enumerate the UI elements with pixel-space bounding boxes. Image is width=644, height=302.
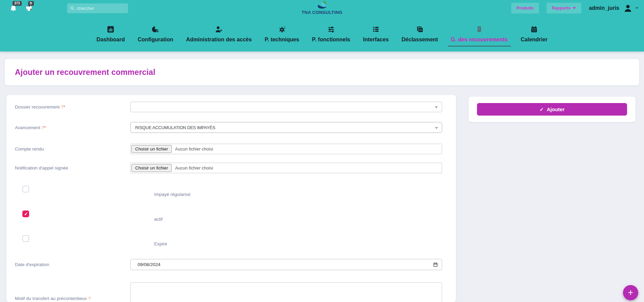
compte-rendu-file-input[interactable]: Choisir un fichier Aucun fichier choisi xyxy=(130,144,442,154)
choose-file-button[interactable]: Choisir un fichier xyxy=(131,164,172,172)
date-expiration-input[interactable] xyxy=(130,259,442,270)
nav-label: Calendrier xyxy=(521,37,547,43)
hint-question-mark: ? xyxy=(88,296,91,301)
nav-label: Administration des accès xyxy=(186,37,252,43)
avancement-label: Avancement ?* xyxy=(15,125,130,130)
motif-transfert-label: Motif du transfert au précontentieux ? xyxy=(15,296,130,301)
actif-checkbox[interactable] xyxy=(22,210,29,217)
expire-label: Expiré xyxy=(154,241,167,246)
ajouter-button[interactable]: ✓ Ajouter xyxy=(477,103,627,116)
search-icon xyxy=(70,6,75,11)
dossier-recouvrement-select[interactable] xyxy=(130,102,442,112)
label-text: Motif du transfert au précontentieux xyxy=(15,296,87,301)
ajouter-button-label: Ajouter xyxy=(547,106,565,112)
gear-icon xyxy=(278,25,286,34)
topbar-right-group: Produits Rapports admin_juris xyxy=(511,0,639,16)
chevron-down-icon xyxy=(435,126,438,129)
nav-label: Interfaces xyxy=(363,37,389,43)
expire-row: Expiré xyxy=(15,235,442,249)
list-icon xyxy=(372,25,380,34)
label-text: Date d'expiration xyxy=(15,262,49,267)
check-icon: ✓ xyxy=(539,106,544,113)
nav-item-interfaces[interactable]: Interfaces xyxy=(357,16,395,52)
nav-label: P. fonctionnels xyxy=(312,37,350,43)
label-text: Dossier recouvrement xyxy=(15,104,60,109)
nav-item-g-des-recouvrements[interactable]: G. des recouvrements xyxy=(444,16,514,52)
search-input[interactable] xyxy=(77,6,124,11)
choose-file-button[interactable]: Choisir un fichier xyxy=(131,145,172,153)
produits-label: Produits xyxy=(517,6,534,11)
nav-label: Dashboard xyxy=(97,37,125,43)
select-value: RISQUE ACCUMULATION DES IMPAYÉS xyxy=(135,125,215,130)
fab-add-button[interactable]: + xyxy=(623,285,638,300)
dossier-recouvrement-row: Dossier recouvrement ?* xyxy=(15,102,442,112)
action-card: ✓ Ajouter xyxy=(469,97,636,122)
nav-item-configuration[interactable]: Configuration xyxy=(131,16,180,52)
language-badge: fr xyxy=(28,1,34,6)
rapports-button[interactable]: Rapports xyxy=(546,3,581,14)
nav-item-administration-des-acces[interactable]: Administration des accès xyxy=(180,16,258,52)
date-expiration-row: Date d'expiration xyxy=(15,259,442,270)
motif-transfert-textarea[interactable] xyxy=(130,282,442,302)
tna-leaves-icon xyxy=(315,0,330,11)
chevron-down-icon xyxy=(635,7,639,9)
receipt-icon xyxy=(475,25,483,34)
actif-row: actif xyxy=(15,210,442,224)
dashboard-icon xyxy=(106,25,115,34)
produits-button[interactable]: Produits xyxy=(511,3,539,14)
plus-icon: + xyxy=(628,287,633,298)
nav-label: Configuration xyxy=(138,37,173,43)
impaye-regularise-checkbox[interactable] xyxy=(22,186,29,193)
stacked-pages-icon xyxy=(416,25,424,34)
notifications-button[interactable]: 373 xyxy=(9,4,18,12)
label-text: Avancement xyxy=(15,125,40,130)
topbar: 373 fr TNA CONSULTING Produits xyxy=(0,0,644,16)
page-title: Ajouter un recouvrement commercial xyxy=(15,68,155,77)
page-title-card: Ajouter un recouvrement commercial xyxy=(5,59,639,85)
caret-down-icon xyxy=(435,106,438,108)
file-status-text: Aucun fichier choisi xyxy=(175,165,213,170)
actif-label: actif xyxy=(154,217,163,222)
pie-gear-icon xyxy=(151,25,160,34)
compte-rendu-label: Compte rendu xyxy=(15,146,130,152)
label-text: Compte rendu xyxy=(15,146,44,152)
notification-count-badge: 373 xyxy=(13,1,22,6)
expire-checkbox[interactable] xyxy=(22,235,29,242)
date-expiration-label: Date d'expiration xyxy=(15,262,130,267)
label-text: Notification d'appel signée xyxy=(15,165,68,170)
avancement-select[interactable]: RISQUE ACCUMULATION DES IMPAYÉS xyxy=(130,122,442,133)
nav-item-calendrier[interactable]: Calendrier xyxy=(514,16,554,52)
file-status-text: Aucun fichier choisi xyxy=(175,146,213,152)
compte-rendu-row: Compte rendu Choisir un fichier Aucun fi… xyxy=(15,144,442,154)
notification-appel-file-input[interactable]: Choisir un fichier Aucun fichier choisi xyxy=(130,163,442,173)
content-area: Dossier recouvrement ?* Avancement ?* RI… xyxy=(6,95,644,302)
nav-item-p-fonctionnels[interactable]: P. fonctionnels xyxy=(306,16,357,52)
impaye-regularise-label: Impayé régularisé xyxy=(154,192,190,197)
notification-appel-label: Notification d'appel signée xyxy=(15,165,130,170)
notification-appel-row: Notification d'appel signée Choisir un f… xyxy=(15,163,442,173)
brand-name: TNA CONSULTING xyxy=(302,10,342,15)
sliders-icon xyxy=(327,25,335,34)
nav-item-dashboard[interactable]: Dashboard xyxy=(90,16,131,52)
recouvrement-form-card: Dossier recouvrement ?* Avancement ?* RI… xyxy=(6,95,456,302)
main-nav: Dashboard Configuration Administration d… xyxy=(0,16,644,52)
nav-item-declassement[interactable]: Déclassement xyxy=(395,16,444,52)
calendar-icon[interactable] xyxy=(433,262,438,267)
nav-label: G. des recouvrements xyxy=(451,37,508,43)
dossier-recouvrement-label: Dossier recouvrement ?* xyxy=(15,104,130,109)
topbar-left-group: 373 fr xyxy=(9,0,128,16)
user-menu[interactable] xyxy=(623,4,639,13)
motif-transfert-row: Motif du transfert au précontentieux ? xyxy=(15,282,442,302)
language-button[interactable]: fr xyxy=(25,4,33,12)
chevron-down-icon xyxy=(573,7,576,9)
user-gear-icon xyxy=(215,25,223,34)
brand-logo: TNA CONSULTING xyxy=(302,0,342,16)
username: admin_juris xyxy=(589,5,619,11)
nav-item-p-techniques[interactable]: P. techniques xyxy=(258,16,306,52)
nav-label: Déclassement xyxy=(401,37,438,43)
search-bar[interactable] xyxy=(67,3,128,13)
required-asterisk: * xyxy=(63,104,65,109)
hint-question-mark: ? xyxy=(42,125,44,130)
avancement-row: Avancement ?* RISQUE ACCUMULATION DES IM… xyxy=(15,122,442,133)
user-avatar-icon xyxy=(623,4,632,13)
